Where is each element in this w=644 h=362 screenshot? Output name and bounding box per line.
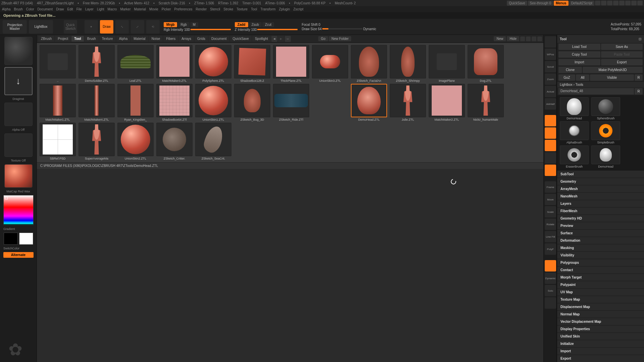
lb-view-icon[interactable] [526,37,531,41]
dock-zoom[interactable]: Zoom [545,73,556,85]
lb-tab-brush[interactable]: Brush [85,36,99,42]
acc-initialize[interactable]: Initialize [557,340,644,347]
lb-tab-arrays[interactable]: Arrays [179,36,194,42]
stroke-thumbnail[interactable]: ↓ [4,67,33,95]
lb-tab-project[interactable]: Project [55,36,71,42]
panel-collapse-icon[interactable]: ⊡ [639,37,641,41]
menu-picker[interactable]: Picker [162,7,171,11]
lb-item[interactable]: ZSketch_Critter. [156,123,193,160]
acc-import[interactable]: Import [557,347,644,355]
dock-scale[interactable]: Scale [545,206,556,218]
menu-transform[interactable]: Transform [260,7,275,11]
dock-frame[interactable]: Frame [545,181,556,193]
material-thumbnail[interactable] [4,164,33,188]
mrgb-button[interactable]: Mrgb [164,22,177,27]
acc-geometryhd[interactable]: Geometry HD [557,215,644,222]
menu-brush[interactable]: Brush [14,7,23,11]
menu-texture[interactable]: Texture [236,7,248,11]
lb-item[interactable]: MatchMaker2.ZTL [428,84,466,121]
draw-size-slider[interactable] [322,28,363,29]
dock-wpos[interactable]: WPos [545,49,556,60]
menu-alpha[interactable]: Alpha [2,7,11,11]
tool-r-button[interactable]: R [635,88,643,95]
lb-view-icon[interactable] [520,37,525,41]
export-button[interactable]: Export [601,59,643,65]
layout-icon[interactable] [607,1,612,5]
acc-vectordisplacement[interactable]: Vector Displacement Map [557,318,644,325]
lb-item[interactable]: Julie.ZTL [389,84,427,121]
dock-activate[interactable] [545,165,556,176]
lb-item[interactable]: ZSketch_Shrimpy [389,45,427,82]
lb-go-button[interactable]: Go [318,36,328,41]
lb-nav-back-icon[interactable]: ◄ [271,36,277,42]
default-script[interactable]: DefaultZScript [569,1,594,6]
dock-aahalf[interactable]: AAHalf [545,98,556,110]
current-tool-name[interactable]: DemoHead_48 [558,88,634,95]
move-mode-icon[interactable]: ⤡ [115,20,129,34]
edit-mode-icon[interactable]: ✦ [85,20,98,34]
maximize-icon[interactable] [625,1,631,5]
acc-polygroups[interactable]: Polygroups [557,259,644,266]
tool-item[interactable]: DemoHead [559,97,589,120]
lb-folder[interactable]: ImagePlane [428,45,466,82]
rgb-button[interactable]: Rgb [178,22,189,27]
zsub-button[interactable]: Zsub [249,22,262,27]
rgb-intensity-slider[interactable] [191,29,231,30]
acc-preview[interactable]: Preview [557,222,644,229]
scale-mode-icon[interactable]: ⤢ [131,20,144,34]
acc-subtool[interactable]: SubTool [557,170,644,178]
lb-tab-fibers[interactable]: Fibers [163,36,178,42]
brush-thumbnail[interactable] [4,37,33,65]
acc-arraymesh[interactable]: ArrayMesh [557,185,644,192]
save-as-button[interactable]: Save As [601,44,643,50]
lb-tab-quicksave[interactable]: QuickSave [230,36,252,42]
lb-item[interactable]: MatchMaker1.ZTL [39,84,76,121]
menu-zplugin[interactable]: Zplugin [279,7,290,11]
clone-button[interactable]: Clone [558,67,582,73]
acc-displayprops[interactable]: Display Properties [557,325,644,333]
menu-color[interactable]: Color [26,7,34,11]
dock-actual[interactable]: Actual [545,86,556,97]
tool-item[interactable]: SimpleBrush [591,121,621,144]
menu-edit[interactable]: Edit [67,7,73,11]
acc-surface[interactable]: Surface [557,229,644,237]
menu-preferences[interactable]: Preferences [174,7,193,11]
lb-item[interactable]: ZSketch_FacialAn [350,45,388,82]
lb-tab-alpha[interactable]: Alpha [116,36,130,42]
dock-persp[interactable] [545,115,556,126]
dock-localrot[interactable] [545,140,556,151]
lb-nav-up-icon[interactable]: ↔ [285,36,291,42]
menu-layer[interactable]: Layer [85,7,94,11]
acc-morphtarget[interactable]: Morph Target [557,274,644,281]
quicksketch-button[interactable]: Quick Sketch [64,20,77,34]
minimize-icon[interactable] [619,1,625,5]
dock-solo[interactable]: Solo [545,285,556,296]
acc-export[interactable]: Export [557,355,644,362]
menu-light[interactable]: Light [97,7,104,11]
lb-hide-button[interactable]: Hide [507,36,519,41]
acc-deformation[interactable]: Deformation [557,237,644,244]
lb-item[interactable]: Dog.ZTL [467,45,504,82]
load-tool-button[interactable]: Load Tool [558,44,600,50]
dock-blank[interactable] [545,36,556,48]
menu-tool[interactable]: Tool [251,7,257,11]
lb-new-button[interactable]: New [494,36,506,41]
secondary-color-swatch[interactable] [4,233,18,245]
acc-displacementmap[interactable]: Displacement Map [557,303,644,310]
dock-polyf[interactable]: PolyF [545,243,556,255]
dock-move[interactable]: Move [545,194,556,205]
lb-newfolder-button[interactable]: New Folder [329,36,351,41]
lb-folder-up[interactable]: .. [39,45,76,82]
lightbox-tools-link[interactable]: Lightbox › Tools [557,81,644,87]
acc-unifiedskin[interactable]: Unified Skin [557,333,644,340]
lb-item[interactable]: SuperAverageMa [78,123,115,160]
lb-tab-spotlight[interactable]: Spotlight [252,36,271,42]
lb-item[interactable]: Nickz_humanMale [467,84,504,121]
dynamic-label[interactable]: Dynamic [363,27,376,31]
acc-nanomesh[interactable]: NanoMesh [557,192,644,200]
lb-tab-tool[interactable]: Tool [71,36,84,42]
lb-tab-texture[interactable]: Texture [99,36,116,42]
tool-item[interactable]: AlphaBrush [559,121,589,144]
layout-icon[interactable] [595,1,600,5]
menu-marker[interactable]: Marker [120,7,130,11]
